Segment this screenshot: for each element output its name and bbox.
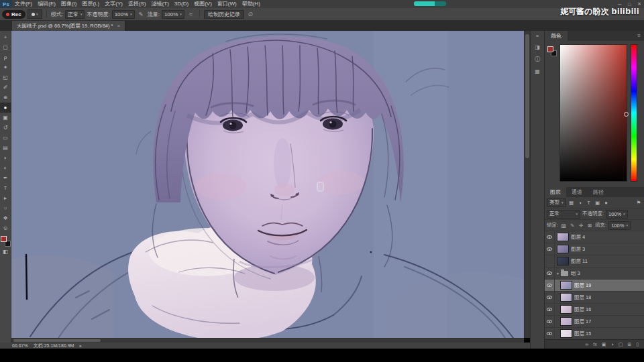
- horizontal-scrollbar[interactable]: [11, 338, 524, 343]
- canvas-area[interactable]: [11, 31, 524, 338]
- libraries-icon[interactable]: ◨: [535, 44, 540, 50]
- group-row[interactable]: ▼ 组 3: [545, 267, 644, 280]
- delete-layer-icon[interactable]: ▯: [636, 342, 639, 347]
- horizontal-scrollbar-thumb[interactable]: [13, 339, 101, 342]
- pen-tool[interactable]: ✒: [0, 173, 11, 183]
- tab-layers[interactable]: 图层: [545, 187, 566, 197]
- lasso-tool[interactable]: ρ: [0, 52, 11, 62]
- lock-all-icon[interactable]: ⊠: [586, 223, 593, 229]
- layer-visibility-toggle[interactable]: [545, 243, 555, 255]
- layer-visibility-toggle[interactable]: [545, 255, 555, 267]
- layer-row[interactable]: 图层 16: [545, 304, 644, 316]
- layer-thumbnail[interactable]: [557, 257, 569, 265]
- menu-layer[interactable]: 图层(L): [79, 0, 102, 8]
- crop-tool[interactable]: ◱: [0, 72, 11, 82]
- color-swatches[interactable]: [1, 236, 11, 247]
- marquee-tool[interactable]: ▢: [0, 42, 11, 52]
- airbrush-icon[interactable]: ≈: [186, 10, 195, 19]
- info-icon[interactable]: ⓘ: [535, 56, 540, 63]
- tab-color[interactable]: 颜色: [545, 31, 568, 41]
- layer-opacity-select[interactable]: 100% ▾: [606, 210, 628, 219]
- layer-thumbnail[interactable]: [560, 329, 572, 338]
- add-mask-icon[interactable]: ▣: [602, 342, 606, 347]
- eyedropper-tool[interactable]: ✐: [0, 82, 11, 93]
- layer-row[interactable]: 图层 3: [545, 243, 644, 255]
- status-menu-arrow-icon[interactable]: ▸: [79, 343, 82, 349]
- new-layer-icon[interactable]: ⊞: [627, 342, 631, 347]
- link-layers-icon[interactable]: ∞: [585, 342, 588, 347]
- blur-tool[interactable]: ◗: [0, 153, 11, 163]
- layer-blend-mode-select[interactable]: 正常 ▾: [547, 210, 580, 219]
- menu-3d[interactable]: 3D(D): [172, 0, 191, 8]
- layer-visibility-toggle[interactable]: [545, 316, 555, 328]
- layer-row[interactable]: 图层 17: [545, 316, 644, 328]
- tab-close-icon[interactable]: ×: [117, 23, 121, 29]
- layer-row[interactable]: 图层 15: [545, 328, 644, 339]
- layer-thumbnail[interactable]: [560, 305, 572, 314]
- color-picker-cursor[interactable]: [624, 112, 629, 117]
- fill-select[interactable]: 100% ▾: [608, 221, 631, 230]
- type-tool[interactable]: T: [0, 183, 11, 193]
- menu-type[interactable]: 文字(Y): [102, 0, 125, 8]
- saturation-brightness-field[interactable]: [559, 44, 627, 182]
- properties-icon[interactable]: ▦: [535, 68, 540, 74]
- lock-paint-icon[interactable]: ✎: [569, 223, 576, 229]
- panel-menu-icon[interactable]: ≡: [637, 33, 644, 39]
- collapse-panels-icon[interactable]: «: [536, 33, 539, 39]
- paint-history-button[interactable]: 绘制历史记录: [204, 10, 244, 19]
- menu-window[interactable]: 窗口(W): [215, 0, 239, 8]
- vertical-scrollbar-thumb[interactable]: [525, 34, 529, 158]
- foreground-color-chip[interactable]: [547, 46, 553, 52]
- hue-slider[interactable]: [631, 44, 637, 182]
- layer-visibility-toggle[interactable]: [545, 231, 555, 243]
- brush-preset-picker[interactable]: ▾: [28, 9, 42, 19]
- layer-visibility-toggle[interactable]: [545, 304, 555, 316]
- menu-file[interactable]: 文件(F): [12, 0, 35, 8]
- menu-image[interactable]: 图像(I): [58, 0, 80, 8]
- quick-select-tool[interactable]: ✦: [0, 62, 11, 72]
- filter-adjustment-icon[interactable]: ◑: [577, 200, 584, 206]
- filter-type-select[interactable]: 类型 ▾: [547, 198, 566, 207]
- layer-row-selected[interactable]: 图层 19: [545, 280, 644, 292]
- layer-thumbnail[interactable]: [560, 293, 572, 302]
- pen-pressure-icon[interactable]: ✎: [137, 10, 146, 19]
- layer-row[interactable]: 图层 11: [545, 255, 644, 267]
- menu-help[interactable]: 帮助(H): [239, 0, 263, 8]
- lock-transparent-icon[interactable]: ▨: [560, 223, 567, 229]
- new-group-icon[interactable]: ▢: [619, 342, 623, 347]
- layer-row[interactable]: 图层 18: [545, 292, 644, 304]
- layer-thumbnail[interactable]: [560, 317, 572, 326]
- screen-recorder-indicator[interactable]: Rec: [2, 10, 25, 19]
- filter-shape-icon[interactable]: ▣: [594, 200, 601, 206]
- zoom-level[interactable]: 66.67%: [12, 343, 28, 348]
- menu-view[interactable]: 视图(V): [191, 0, 215, 8]
- eraser-tool[interactable]: ▭: [0, 133, 11, 143]
- filter-toggle-icon[interactable]: ⚑: [635, 200, 642, 206]
- healing-brush-tool[interactable]: ⊕: [0, 93, 11, 103]
- group-expand-icon[interactable]: ▼: [556, 272, 559, 276]
- layer-thumbnail[interactable]: [560, 281, 572, 290]
- menu-filter[interactable]: 滤镜(T): [149, 0, 172, 8]
- document-tab[interactable]: 大圆桃子.psd @ 66.7%(图层 19, RGB/8#) * ×: [12, 21, 125, 31]
- shape-tool[interactable]: ○: [0, 203, 11, 213]
- menu-select[interactable]: 选择(S): [125, 0, 149, 8]
- layer-thumbnail[interactable]: [557, 245, 569, 253]
- tab-paths[interactable]: 路径: [588, 187, 609, 197]
- hand-tool[interactable]: ❖: [0, 213, 11, 223]
- vertical-scrollbar[interactable]: [524, 31, 530, 338]
- filter-pixel-icon[interactable]: ▦: [568, 200, 575, 206]
- menu-edit[interactable]: 编辑(E): [35, 0, 58, 8]
- quick-mask-icon[interactable]: ◧: [0, 247, 11, 257]
- dodge-tool[interactable]: ◐: [0, 163, 11, 173]
- layer-style-icon[interactable]: fx: [593, 342, 596, 347]
- opacity-select[interactable]: 100% ▾: [112, 10, 135, 19]
- layer-visibility-toggle[interactable]: [545, 328, 555, 340]
- layer-visibility-toggle[interactable]: [545, 292, 555, 304]
- move-tool[interactable]: +: [0, 32, 11, 42]
- adjustment-layer-icon[interactable]: ◑: [610, 342, 613, 347]
- brush-tool[interactable]: ●: [0, 103, 11, 113]
- filter-smart-icon[interactable]: ●: [603, 200, 610, 206]
- lock-move-icon[interactable]: ✛: [578, 223, 584, 229]
- zoom-tool[interactable]: ⊙: [0, 223, 11, 233]
- clone-stamp-tool[interactable]: ▣: [0, 113, 11, 123]
